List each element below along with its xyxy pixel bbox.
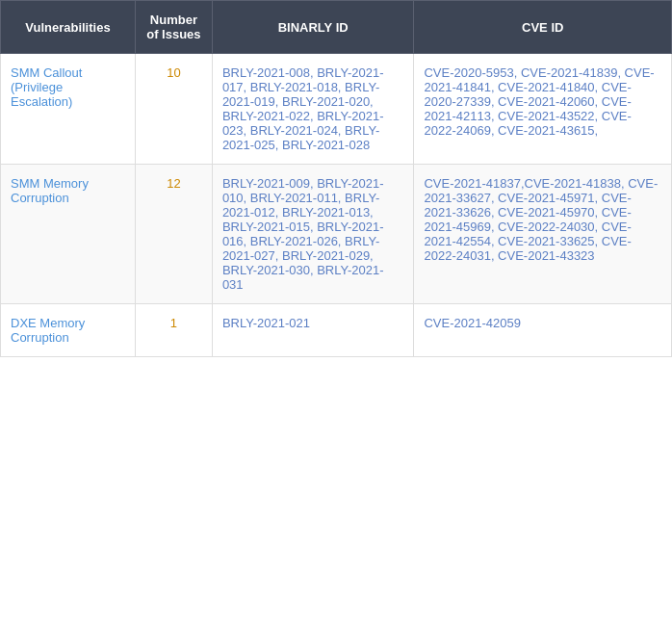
header-number-of-issues: Number of Issues (135, 1, 212, 54)
cve-id-cell: CVE-2021-42059 (414, 304, 672, 357)
binarly-id-cell: BRLY-2021-009, BRLY-2021-010, BRLY-2021-… (212, 165, 414, 304)
vulnerability-name: SMM Callout (Privilege Escalation) (1, 54, 136, 165)
cve-id-cell: CVE-2021-41837,CVE-2021-41838, CVE-2021-… (414, 165, 672, 304)
binarly-id-cell: BRLY-2021-008, BRLY-2021-017, BRLY-2021-… (212, 54, 414, 165)
table-row: SMM Memory Corruption 12 BRLY-2021-009, … (1, 165, 672, 304)
vulnerability-name: DXE Memory Corruption (1, 304, 136, 357)
table-row: DXE Memory Corruption 1 BRLY-2021-021 CV… (1, 304, 672, 357)
table-row: SMM Callout (Privilege Escalation) 10 BR… (1, 54, 672, 165)
binarly-id-cell: BRLY-2021-021 (212, 304, 414, 357)
vulnerability-name: SMM Memory Corruption (1, 165, 136, 304)
issue-count: 1 (135, 304, 212, 357)
issue-count: 10 (135, 54, 212, 165)
header-vulnerabilities: Vulnerabilities (1, 1, 136, 54)
header-cve-id: CVE ID (414, 1, 672, 54)
header-binarly-id: BINARLY ID (212, 1, 414, 54)
issue-count: 12 (135, 165, 212, 304)
cve-id-cell: CVE-2020-5953, CVE-2021-41839, CVE-2021-… (414, 54, 672, 165)
